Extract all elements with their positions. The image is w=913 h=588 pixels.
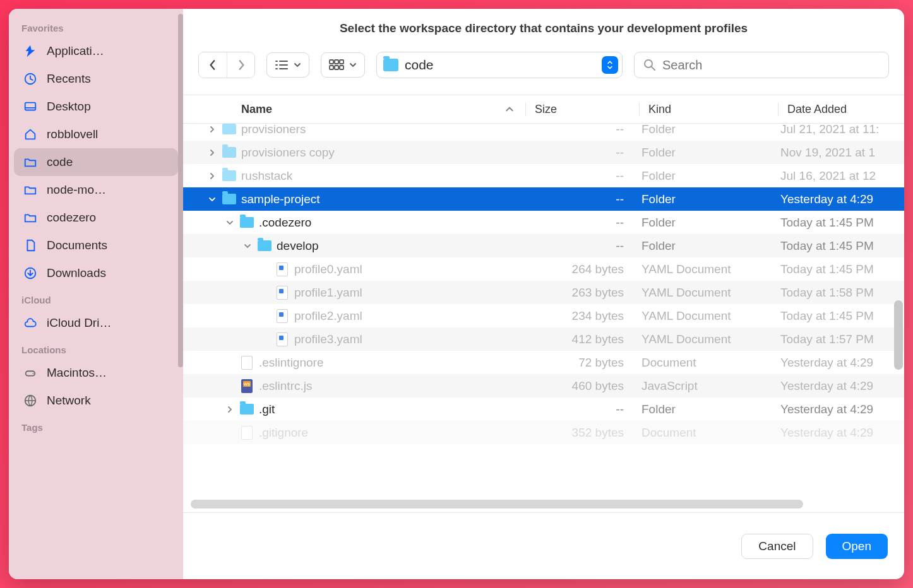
svg-rect-18 [340,66,343,69]
file-row[interactable]: provisioners copy -- Folder Nov 19, 2021… [183,141,904,164]
sidebar-item-applicati-[interactable]: Applicati… [14,37,178,65]
file-row[interactable]: profile0.yaml 264 bytes YAML Document To… [183,257,904,281]
file-row[interactable]: provisioners -- Folder Jul 21, 2021 at 1… [183,124,904,141]
sidebar-item-codezero[interactable]: codezero [14,204,178,232]
search-field[interactable] [634,52,889,78]
file-size: 72 bytes [525,356,639,370]
sidebar-scrollbar[interactable] [178,14,183,367]
file-name: profile3.yaml [294,332,362,346]
file-row[interactable]: rushstack -- Folder Jul 16, 2021 at 12 [183,164,904,187]
disclosure-icon[interactable] [207,196,217,203]
horizontal-scrollbar[interactable] [191,500,803,509]
sidebar-item-label: Recents [47,72,91,86]
file-date: Yesterday at 4:29 [778,426,904,440]
cancel-button[interactable]: Cancel [741,534,813,559]
group-view-button[interactable] [321,52,365,78]
forward-button[interactable] [227,52,254,78]
sidebar-item-label: Downloads [47,266,106,280]
open-button[interactable]: Open [826,534,888,559]
back-button[interactable] [199,52,227,78]
sidebar-item-node-mo-[interactable]: node-mo… [14,176,178,204]
file-size: -- [525,124,639,136]
file-size: 234 bytes [525,309,639,323]
svg-rect-16 [330,66,333,69]
column-date[interactable]: Date Added [778,103,904,116]
open-dialog: FavoritesApplicati…RecentsDesktoprobblov… [9,9,904,579]
file-list[interactable]: provisioners -- Folder Jul 21, 2021 at 1… [183,124,904,512]
disclosure-icon[interactable] [242,243,253,249]
file-size: -- [525,169,639,183]
doc-icon [23,238,38,253]
grid-icon [329,59,344,71]
globe-icon [23,393,38,408]
vertical-scrollbar[interactable] [894,300,903,370]
sidebar-item-macintos-[interactable]: Macintos… [14,359,178,387]
column-size[interactable]: Size [525,103,639,116]
file-size: 460 bytes [525,379,639,393]
file-row[interactable]: profile1.yaml 263 bytes YAML Document To… [183,281,904,304]
file-row[interactable]: .gitignore 352 bytes Document Yesterday … [183,421,904,444]
file-date: Today at 1:45 PM [778,262,904,276]
file-date: Yesterday at 4:29 [778,403,904,416]
file-row[interactable]: sample-project -- Folder Yesterday at 4:… [183,187,904,211]
sidebar-item-downloads[interactable]: Downloads [14,259,178,287]
file-row[interactable]: .codezero -- Folder Today at 1:45 PM [183,211,904,234]
file-row[interactable]: .git -- Folder Yesterday at 4:29 [183,397,904,421]
svg-rect-14 [335,60,338,64]
cloud-icon [23,315,38,331]
sidebar-item-recents[interactable]: Recents [14,65,178,93]
file-row[interactable]: develop -- Folder Today at 1:45 PM [183,234,904,257]
file-name: .codezero [259,216,311,230]
file-size: 352 bytes [525,426,639,440]
file-date: Today at 1:45 PM [778,216,904,230]
chevron-down-icon [349,62,357,68]
toolbar: code [183,52,904,95]
disk-icon [23,365,38,380]
file-size: 412 bytes [525,332,639,346]
file-name: provisioners copy [241,146,335,160]
sidebar-section-label: Tags [14,415,178,437]
sidebar-item-code[interactable]: code [14,148,178,176]
sidebar-item-label: codezero [47,211,96,225]
search-input[interactable] [662,58,880,73]
column-name[interactable]: Name [183,103,525,116]
file-name: .eslintignore [259,356,323,370]
nav-group [198,52,255,78]
file-size: -- [525,403,639,416]
folder-icon [222,124,236,134]
file-row[interactable]: profile3.yaml 412 bytes YAML Document To… [183,327,904,351]
yaml-file-icon [277,286,288,300]
js-file-icon [241,379,253,393]
file-row[interactable]: profile2.yaml 234 bytes YAML Document To… [183,304,904,327]
disclosure-icon[interactable] [225,406,235,413]
disclosure-icon[interactable] [225,220,235,226]
sidebar-item-label: Documents [47,238,107,252]
svg-rect-17 [335,66,338,69]
sidebar-item-label: Macintos… [47,366,107,380]
sidebar-item-desktop[interactable]: Desktop [14,93,178,121]
file-icon [241,426,253,440]
disclosure-icon[interactable] [207,172,217,180]
sidebar-section-label: Favorites [14,15,178,37]
sidebar-item-documents[interactable]: Documents [14,232,178,259]
list-view-button[interactable] [266,52,309,78]
sidebar-item-network[interactable]: Network [14,387,178,415]
disclosure-icon[interactable] [207,126,217,133]
file-date: Jul 16, 2021 at 12 [778,169,904,183]
file-row[interactable]: .eslintrc.js 460 bytes JavaScript Yester… [183,374,904,397]
file-size: -- [525,239,639,253]
sidebar-item-label: code [47,155,73,169]
sidebar-item-robblovell[interactable]: robblovell [14,121,178,148]
recents-icon [23,71,38,86]
disclosure-icon[interactable] [207,149,217,156]
path-popup[interactable]: code [376,52,623,78]
file-name: .gitignore [259,426,308,440]
search-icon [643,59,656,71]
file-row[interactable]: .eslintignore 72 bytes Document Yesterda… [183,351,904,374]
folder-icon [23,155,38,170]
file-name: profile2.yaml [294,309,362,323]
sidebar-item-icloud-dri-[interactable]: iCloud Dri… [14,309,178,337]
file-kind: Folder [639,239,778,253]
folder-icon [222,194,236,204]
column-kind[interactable]: Kind [639,103,778,116]
